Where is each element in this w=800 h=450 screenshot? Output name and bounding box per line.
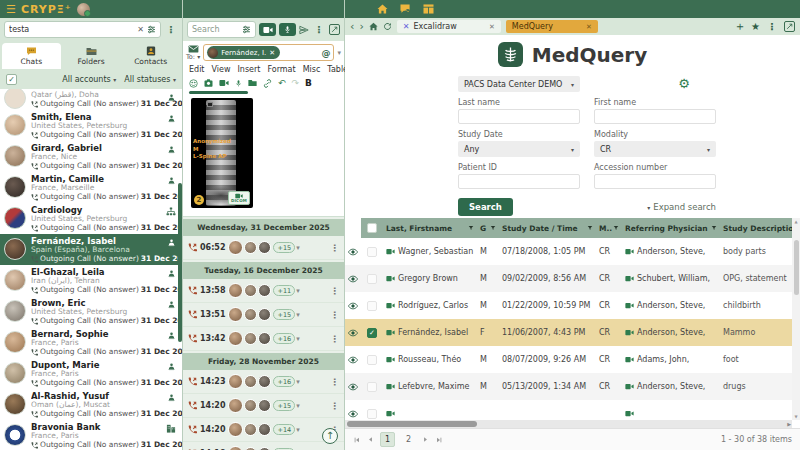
emoji-icon[interactable] [189, 79, 198, 88]
voice-call-button[interactable] [279, 23, 296, 36]
table-row[interactable]: ✓ Lefebvre, Maxime M 05/13/2009, 1:34 AM… [345, 373, 792, 400]
browser-menu-icon[interactable]: ⋮ [765, 21, 779, 32]
row-checkbox[interactable] [367, 247, 377, 257]
view-study-eye-icon[interactable] [348, 248, 358, 256]
select-all-checkbox[interactable]: ✓ [6, 74, 17, 85]
view-study-eye-icon[interactable] [348, 356, 358, 364]
close-tab-icon[interactable]: ✕ [489, 23, 495, 31]
video-call-button[interactable] [259, 23, 276, 36]
list-item[interactable]: Qatar (قطر), Doha Outgoing Call (No answ… [0, 89, 182, 110]
call-log-row[interactable]: 14:18 +14 ▾ ⋮ [183, 442, 344, 450]
expand-search-link[interactable]: ▾ Expand search [647, 202, 716, 212]
view-study-eye-icon[interactable] [348, 329, 358, 337]
call-log-row[interactable]: 14:20 +14 ▾ ⋮ [183, 418, 344, 442]
attach-folder-icon[interactable] [248, 79, 257, 87]
table-row[interactable]: ✓ Fernández, Isabel F 11/06/2007, 4:43 P… [345, 319, 792, 346]
undo-icon[interactable]: ↶ [278, 78, 286, 88]
settings-gear-icon[interactable]: ⚙ [678, 77, 690, 90]
more-options-icon[interactable]: ⋮ [164, 24, 178, 35]
filter-sliders-icon[interactable] [242, 25, 251, 34]
call-options-icon[interactable]: ⋮ [330, 334, 339, 344]
first-name-input[interactable] [594, 109, 716, 124]
photo-camera-icon[interactable] [204, 79, 213, 87]
call-options-icon[interactable]: ⋮ [330, 401, 339, 411]
tab-chats[interactable]: Chats [2, 43, 61, 69]
user-avatar[interactable] [77, 3, 90, 16]
browser-windows-icon[interactable] [423, 4, 434, 14]
list-item[interactable]: Smith, Elena United States, Petersburg O… [0, 110, 182, 141]
call-log-row[interactable]: 06:52 +15 ▾ ⋮ [183, 236, 344, 260]
next-page-icon[interactable] [422, 436, 429, 443]
participants-more-badge[interactable]: +14 [273, 424, 295, 435]
call-options-icon[interactable]: ⋮ [330, 243, 339, 253]
list-item[interactable]: Al-Rashid, Yusuf Oman (عمان), Muscat Out… [0, 389, 182, 420]
page-number[interactable]: 2 [401, 432, 416, 447]
accounts-filter[interactable]: All accounts ▾ [62, 75, 116, 84]
call-options-icon[interactable]: ⋮ [330, 310, 339, 320]
call-log-row[interactable]: 13:58 +11 ▾ ⋮ [183, 279, 344, 303]
call-history[interactable]: Wednesday, 31 December 2025 ▾ ⋮ [183, 216, 344, 450]
link-icon[interactable] [263, 79, 272, 88]
first-page-icon[interactable] [353, 436, 361, 444]
row-checkbox[interactable] [367, 301, 377, 311]
column-last-firstname[interactable]: Last, Firstname [383, 224, 477, 233]
table-row[interactable]: ✓ Rousseau, Théo M 08/07/2009, 9:26 AM C… [345, 346, 792, 373]
table-row[interactable]: ✓ Rodríguez, Carlos M 01/22/2009, 10:59 … [345, 292, 792, 319]
page-number-current[interactable]: 1 [380, 432, 395, 447]
last-name-input[interactable] [458, 109, 580, 124]
table-row[interactable]: ✓ Gregory Brown M 09/02/2009, 8:56 AM CR [345, 265, 792, 292]
expand-call-chevron-icon[interactable]: ▾ [296, 244, 300, 252]
column-referring-physician[interactable]: Referring Physician [622, 224, 720, 233]
pacs-select[interactable]: PACS Data Center DEMO▾ [458, 76, 580, 92]
filter-funnel-icon[interactable] [490, 225, 496, 231]
call-options-icon[interactable]: ⋮ [330, 377, 339, 387]
expand-call-chevron-icon[interactable]: ▾ [296, 378, 300, 386]
expand-call-chevron-icon[interactable]: ▾ [296, 287, 300, 295]
back-icon[interactable]: ‹ [350, 21, 354, 32]
view-study-eye-icon[interactable] [348, 275, 358, 283]
bookmark-star-icon[interactable]: ★ [751, 21, 760, 32]
microphone-icon[interactable] [235, 79, 242, 88]
hamburger-menu-icon[interactable]: ☰ [6, 3, 16, 16]
remove-recipient-icon[interactable]: ✕ [269, 49, 275, 57]
expand-call-chevron-icon[interactable]: ▾ [296, 426, 300, 434]
participants-more-badge[interactable]: +15 [273, 400, 295, 411]
filter-funnel-icon[interactable] [711, 225, 717, 231]
menu-format[interactable]: Format [267, 65, 295, 74]
mention-icon[interactable]: @ [321, 48, 330, 58]
table-horizontal-scrollbar[interactable]: ▶ [345, 420, 792, 428]
home-icon[interactable] [377, 4, 388, 14]
table-row[interactable]: ✓ Wagner, Sebastian M 07/18/2008, 1:05 P… [345, 238, 792, 265]
call-log-row[interactable]: 13:51 +15 ▾ ⋮ [183, 303, 344, 327]
video-camera-icon[interactable] [219, 79, 229, 87]
row-checkbox[interactable] [367, 355, 377, 365]
search-button[interactable]: Search [458, 198, 513, 216]
send-message-icon[interactable] [299, 25, 309, 35]
column-study-date[interactable]: Study Date / Time [499, 224, 596, 233]
modality-select[interactable]: CR▾ [594, 141, 716, 157]
previous-page-icon[interactable] [367, 436, 374, 443]
accession-number-input[interactable] [594, 174, 716, 189]
refresh-icon[interactable] [383, 22, 392, 31]
row-checkbox-checked[interactable]: ✓ [367, 328, 377, 338]
list-item[interactable]: Dupont, Marie France, Paris Outgoing Cal… [0, 358, 182, 389]
recipient-expand-chevron-icon[interactable]: ▾ [337, 49, 341, 57]
conversation-menu-icon[interactable]: ⋮ [312, 24, 326, 35]
row-checkbox[interactable] [367, 409, 377, 419]
list-item[interactable]: Martin, Camille France, Marseille Outgoi… [0, 172, 182, 203]
participants-more-badge[interactable]: +16 [273, 376, 295, 387]
view-study-eye-icon[interactable] [348, 410, 358, 418]
chat-phone-icon[interactable] [400, 4, 411, 14]
expand-browser-icon[interactable] [784, 21, 795, 32]
browser-home-icon[interactable] [369, 22, 378, 31]
menu-insert[interactable]: Insert [237, 65, 260, 74]
column-study-description[interactable]: Study Description [720, 224, 792, 233]
participants-more-badge[interactable]: +16 [273, 333, 295, 344]
tab-excalidraw[interactable]: ✕ Excalidraw ✕ [397, 20, 501, 33]
recipient-chip[interactable]: Fernández, I. ✕ [207, 46, 280, 59]
clear-search-icon[interactable]: ✕ [137, 25, 144, 34]
expand-call-chevron-icon[interactable]: ▾ [296, 402, 300, 410]
conversation-search-input[interactable]: Search [187, 21, 256, 38]
contact-search-input[interactable]: testa ✕ [4, 21, 161, 38]
list-item[interactable]: El-Ghazal, Leila Iran (ایران), Tehran Ou… [0, 265, 182, 296]
